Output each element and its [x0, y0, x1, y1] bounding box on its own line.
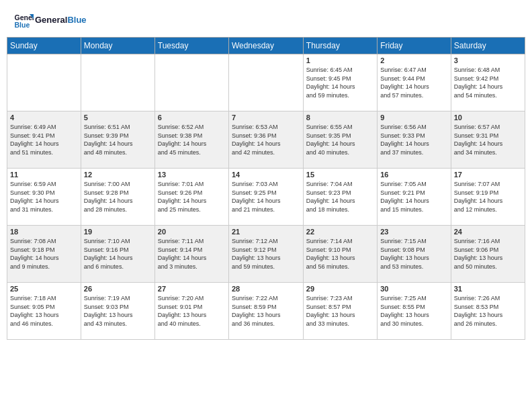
- logo-icon: General Blue: [13, 10, 34, 30]
- day-cell: [81, 54, 154, 111]
- day-cell: 10Sunrise: 6:57 AM Sunset: 9:31 PM Dayli…: [451, 111, 525, 169]
- day-cell: 24Sunrise: 7:16 AM Sunset: 9:06 PM Dayli…: [451, 226, 525, 283]
- calendar-table: SundayMondayTuesdayWednesdayThursdayFrid…: [7, 37, 525, 340]
- day-number: 7: [232, 113, 300, 122]
- day-number: 2: [380, 56, 448, 64]
- day-info: Sunrise: 7:19 AM Sunset: 9:03 PM Dayligh…: [84, 294, 152, 328]
- day-info: Sunrise: 7:25 AM Sunset: 8:55 PM Dayligh…: [380, 294, 448, 328]
- day-cell: 29Sunrise: 7:23 AM Sunset: 8:57 PM Dayli…: [303, 283, 377, 340]
- day-info: Sunrise: 6:55 AM Sunset: 9:35 PM Dayligh…: [306, 123, 374, 156]
- day-info: Sunrise: 6:51 AM Sunset: 9:39 PM Dayligh…: [84, 123, 152, 156]
- day-cell: 17Sunrise: 7:07 AM Sunset: 9:19 PM Dayli…: [451, 169, 525, 226]
- day-number: 5: [84, 113, 152, 122]
- day-number: 18: [10, 228, 78, 236]
- day-number: 24: [454, 228, 522, 236]
- day-cell: 15Sunrise: 7:04 AM Sunset: 9:23 PM Dayli…: [303, 169, 377, 226]
- day-number: 9: [380, 113, 448, 122]
- day-info: Sunrise: 7:22 AM Sunset: 8:59 PM Dayligh…: [232, 294, 300, 328]
- day-number: 11: [10, 171, 78, 179]
- day-number: 20: [158, 228, 226, 236]
- day-cell: 26Sunrise: 7:19 AM Sunset: 9:03 PM Dayli…: [81, 283, 154, 340]
- day-info: Sunrise: 6:48 AM Sunset: 9:42 PM Dayligh…: [454, 66, 522, 99]
- day-number: 12: [84, 171, 152, 179]
- day-info: Sunrise: 7:08 AM Sunset: 9:18 PM Dayligh…: [10, 237, 78, 271]
- day-info: Sunrise: 6:59 AM Sunset: 9:30 PM Dayligh…: [10, 180, 78, 214]
- day-cell: 21Sunrise: 7:12 AM Sunset: 9:12 PM Dayli…: [228, 226, 303, 283]
- day-info: Sunrise: 7:07 AM Sunset: 9:19 PM Dayligh…: [454, 180, 522, 214]
- day-number: 17: [454, 171, 522, 179]
- day-cell: 22Sunrise: 7:14 AM Sunset: 9:10 PM Dayli…: [303, 226, 377, 283]
- day-number: 13: [158, 171, 226, 179]
- day-number: 30: [380, 285, 448, 293]
- day-info: Sunrise: 7:12 AM Sunset: 9:12 PM Dayligh…: [232, 237, 300, 271]
- day-cell: 23Sunrise: 7:15 AM Sunset: 9:08 PM Dayli…: [378, 226, 451, 283]
- day-cell: 28Sunrise: 7:22 AM Sunset: 8:59 PM Dayli…: [228, 283, 303, 340]
- day-number: 1: [306, 56, 374, 64]
- day-info: Sunrise: 7:00 AM Sunset: 9:28 PM Dayligh…: [84, 180, 152, 214]
- day-number: 23: [380, 228, 448, 236]
- day-info: Sunrise: 7:16 AM Sunset: 9:06 PM Dayligh…: [454, 237, 522, 271]
- day-info: Sunrise: 6:56 AM Sunset: 9:33 PM Dayligh…: [380, 123, 448, 156]
- day-cell: 13Sunrise: 7:01 AM Sunset: 9:26 PM Dayli…: [154, 169, 228, 226]
- day-info: Sunrise: 7:20 AM Sunset: 9:01 PM Dayligh…: [158, 294, 226, 328]
- svg-text:Blue: Blue: [15, 21, 30, 29]
- day-cell: 5Sunrise: 6:51 AM Sunset: 9:39 PM Daylig…: [81, 111, 154, 169]
- day-number: 6: [158, 113, 226, 122]
- day-cell: 16Sunrise: 7:05 AM Sunset: 9:21 PM Dayli…: [378, 169, 451, 226]
- day-number: 28: [232, 285, 300, 293]
- logo-blue: Blue: [67, 15, 86, 25]
- header-wednesday: Wednesday: [228, 38, 303, 54]
- day-number: 19: [84, 228, 152, 236]
- day-info: Sunrise: 6:45 AM Sunset: 9:45 PM Dayligh…: [306, 66, 374, 99]
- day-cell: 7Sunrise: 6:53 AM Sunset: 9:36 PM Daylig…: [228, 111, 303, 169]
- day-number: 4: [10, 113, 78, 122]
- day-cell: 19Sunrise: 7:10 AM Sunset: 9:16 PM Dayli…: [81, 226, 154, 283]
- day-number: 3: [454, 56, 522, 64]
- day-cell: 9Sunrise: 6:56 AM Sunset: 9:33 PM Daylig…: [378, 111, 451, 169]
- day-cell: 11Sunrise: 6:59 AM Sunset: 9:30 PM Dayli…: [7, 169, 81, 226]
- header-saturday: Saturday: [451, 38, 525, 54]
- logo-general: General: [35, 15, 67, 25]
- day-info: Sunrise: 6:49 AM Sunset: 9:41 PM Dayligh…: [10, 123, 78, 156]
- day-cell: 6Sunrise: 6:52 AM Sunset: 9:38 PM Daylig…: [154, 111, 228, 169]
- day-cell: 2Sunrise: 6:47 AM Sunset: 9:44 PM Daylig…: [378, 54, 451, 111]
- day-cell: 30Sunrise: 7:25 AM Sunset: 8:55 PM Dayli…: [378, 283, 451, 340]
- day-cell: 18Sunrise: 7:08 AM Sunset: 9:18 PM Dayli…: [7, 226, 81, 283]
- page-header: General Blue GeneralBlue: [0, 0, 532, 34]
- day-cell: 27Sunrise: 7:20 AM Sunset: 9:01 PM Dayli…: [154, 283, 228, 340]
- day-number: 22: [306, 228, 374, 236]
- day-info: Sunrise: 7:11 AM Sunset: 9:14 PM Dayligh…: [158, 237, 226, 271]
- day-cell: 8Sunrise: 6:55 AM Sunset: 9:35 PM Daylig…: [303, 111, 377, 169]
- day-cell: 25Sunrise: 7:18 AM Sunset: 9:05 PM Dayli…: [7, 283, 81, 340]
- day-cell: 12Sunrise: 7:00 AM Sunset: 9:28 PM Dayli…: [81, 169, 154, 226]
- day-cell: [7, 54, 81, 111]
- week-row-5: 25Sunrise: 7:18 AM Sunset: 9:05 PM Dayli…: [7, 283, 525, 340]
- day-number: 26: [84, 285, 152, 293]
- day-number: 14: [232, 171, 300, 179]
- day-info: Sunrise: 7:18 AM Sunset: 9:05 PM Dayligh…: [10, 294, 78, 328]
- header-monday: Monday: [81, 38, 154, 54]
- day-cell: 20Sunrise: 7:11 AM Sunset: 9:14 PM Dayli…: [154, 226, 228, 283]
- week-row-1: 1Sunrise: 6:45 AM Sunset: 9:45 PM Daylig…: [7, 54, 525, 111]
- day-cell: 3Sunrise: 6:48 AM Sunset: 9:42 PM Daylig…: [451, 54, 525, 111]
- day-number: 15: [306, 171, 374, 179]
- week-row-3: 11Sunrise: 6:59 AM Sunset: 9:30 PM Dayli…: [7, 169, 525, 226]
- logo: General Blue GeneralBlue: [13, 10, 87, 30]
- day-cell: [228, 54, 303, 111]
- day-info: Sunrise: 7:23 AM Sunset: 8:57 PM Dayligh…: [306, 294, 374, 328]
- day-info: Sunrise: 7:26 AM Sunset: 8:53 PM Dayligh…: [454, 294, 522, 328]
- day-number: 8: [306, 113, 374, 122]
- day-info: Sunrise: 7:10 AM Sunset: 9:16 PM Dayligh…: [84, 237, 152, 271]
- day-info: Sunrise: 6:53 AM Sunset: 9:36 PM Dayligh…: [232, 123, 300, 156]
- day-cell: 31Sunrise: 7:26 AM Sunset: 8:53 PM Dayli…: [451, 283, 525, 340]
- day-cell: [154, 54, 228, 111]
- day-info: Sunrise: 7:05 AM Sunset: 9:21 PM Dayligh…: [380, 180, 448, 214]
- day-number: 16: [380, 171, 448, 179]
- day-info: Sunrise: 6:52 AM Sunset: 9:38 PM Dayligh…: [158, 123, 226, 156]
- day-number: 29: [306, 285, 374, 293]
- day-cell: 14Sunrise: 7:03 AM Sunset: 9:25 PM Dayli…: [228, 169, 303, 226]
- day-number: 21: [232, 228, 300, 236]
- day-number: 10: [454, 113, 522, 122]
- day-cell: 1Sunrise: 6:45 AM Sunset: 9:45 PM Daylig…: [303, 54, 377, 111]
- day-info: Sunrise: 7:01 AM Sunset: 9:26 PM Dayligh…: [158, 180, 226, 214]
